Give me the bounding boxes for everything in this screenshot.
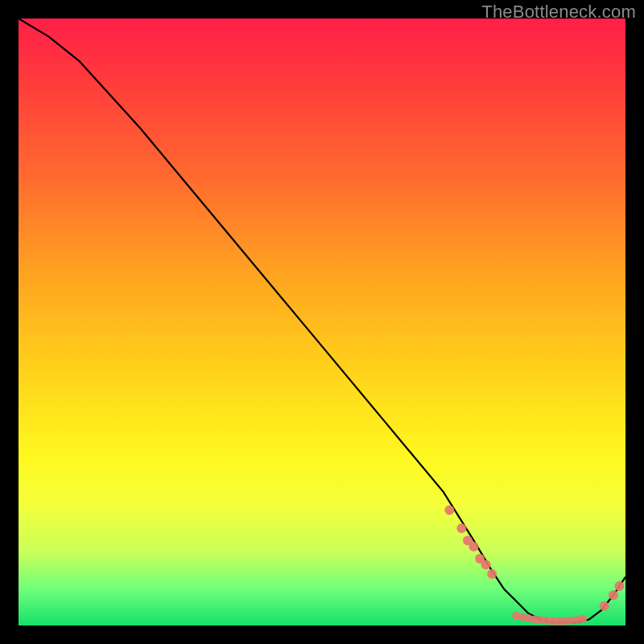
data-point — [444, 506, 454, 515]
data-point — [614, 581, 624, 591]
data-point — [600, 601, 609, 611]
data-point — [609, 590, 618, 600]
bottleneck-curve — [19, 19, 625, 622]
data-point — [579, 615, 587, 623]
chart-overlay-svg — [19, 19, 625, 625]
data-markers — [444, 506, 624, 625]
data-point — [487, 569, 497, 579]
watermark-text: TheBottleneck.com — [481, 2, 636, 23]
data-point — [469, 542, 479, 551]
chart-stage: TheBottleneck.com — [0, 0, 644, 644]
plot-area — [19, 19, 625, 625]
data-point — [456, 523, 466, 533]
data-point — [481, 560, 491, 570]
